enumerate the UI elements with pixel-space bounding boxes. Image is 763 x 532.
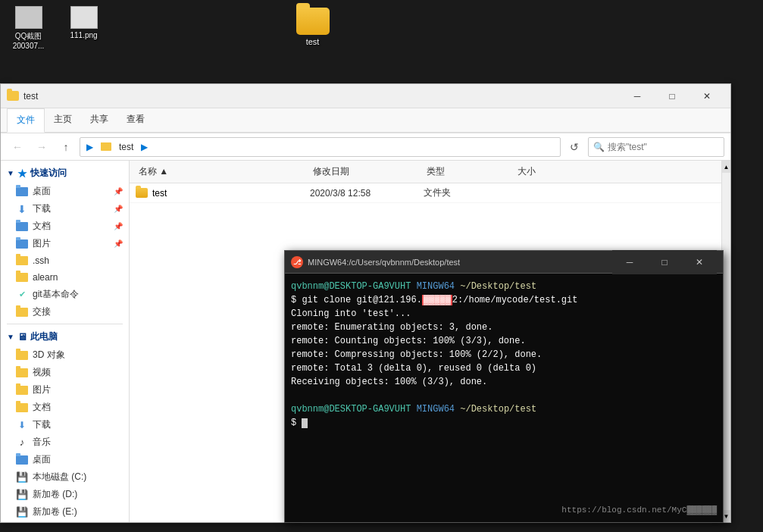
quick-access-chevron: ▼	[7, 169, 14, 177]
titlebar-left: test	[7, 91, 38, 102]
scroll-up-button[interactable]: ▲	[722, 161, 730, 173]
sidebar-desktop-label: 桌面	[33, 185, 51, 198]
file-date: 2020/3/8 12:58	[310, 188, 424, 199]
sidebar-item-git[interactable]: ✔ git基本命令	[1, 286, 129, 303]
sidebar-3d-label: 3D 对象	[33, 349, 65, 361]
window-controls: ─ □ ✕	[620, 84, 724, 108]
handover-icon	[16, 306, 28, 318]
alearn-icon	[16, 271, 28, 283]
pin-icon-desktop: 📌	[114, 187, 123, 196]
terminal-close[interactable]: ✕	[682, 250, 717, 274]
sidebar-item-downloads[interactable]: ⬇ 下载 📌	[1, 200, 129, 217]
sidebar-drive-d[interactable]: 💾 新加卷 (D:)	[1, 486, 129, 503]
sidebar-video[interactable]: 视频	[1, 364, 129, 381]
term-path-1: ~/Desktop/test	[460, 280, 536, 293]
search-box[interactable]: 🔍	[588, 137, 724, 157]
terminal-line-1: qvbnnm@DESKTOP-GA9VUHT MINGW64 ~/Desktop…	[291, 280, 717, 293]
3d-icon	[16, 349, 28, 361]
sidebar-video-label: 视频	[33, 366, 51, 379]
computer-chevron: ▼	[7, 333, 14, 341]
sort-indicator: ▲	[159, 166, 168, 177]
quick-access-star: ★	[17, 167, 27, 180]
folder-icon-address	[101, 142, 111, 151]
sidebar-music[interactable]: ♪ 音乐	[1, 433, 129, 451]
terminal-line-2: $ git clone git@121.196.▓▓▓▓▓2:/home/myc…	[291, 293, 717, 307]
quick-access-label: 快速访问	[30, 167, 67, 180]
tab-file[interactable]: 文件	[7, 108, 45, 133]
terminal-line-9: qvbnnm@DESKTOP-GA9VUHT MINGW64 ~/Desktop…	[291, 402, 717, 416]
terminal-cursor	[302, 418, 308, 428]
sidebar-docs2[interactable]: 文档	[1, 399, 129, 416]
up-button[interactable]: ↑	[55, 136, 77, 158]
sidebar-drive-c[interactable]: 💾 本地磁盘 (C:)	[1, 468, 129, 486]
desktop-test-folder[interactable]: test	[288, 8, 337, 46]
refresh-button[interactable]: ↺	[564, 136, 585, 158]
col-header-name[interactable]: 名称 ▲	[136, 164, 310, 180]
col-header-date[interactable]: 修改日期	[310, 164, 424, 180]
sidebar: ▼ ★ 快速访问 桌面 📌 ⬇ 下载 📌 文档 📌	[1, 161, 130, 522]
tab-view[interactable]: 查看	[117, 108, 154, 132]
desktop-icon-111png[interactable]: 111.png	[59, 6, 108, 50]
sidebar-item-handover[interactable]: 交接	[1, 303, 129, 321]
col-header-size[interactable]: 大小	[514, 164, 590, 180]
drive-c-icon: 💾	[16, 471, 28, 483]
desktop-icon-qq[interactable]: QQ截图 200307...	[4, 6, 53, 50]
address-path-text: ▶ test ▶	[86, 142, 148, 152]
sidebar-music-label: 音乐	[33, 436, 51, 449]
sidebar-docs2-label: 文档	[33, 401, 51, 414]
git-icon: ✔	[16, 289, 28, 301]
ribbon: 文件 主页 共享 查看	[1, 108, 730, 133]
computer-label: 此电脑	[30, 330, 58, 343]
documents-icon	[16, 221, 28, 233]
sidebar-drive-e[interactable]: 💾 新加卷 (E:)	[1, 503, 129, 521]
sidebar-item-ssh[interactable]: .ssh	[1, 252, 129, 269]
terminal-titlebar: ⎇ MINGW64:/c/Users/qvbnnm/Desktop/test ─…	[285, 251, 723, 274]
music-icon: ♪	[16, 437, 28, 449]
png-icon-label: 111.png	[70, 31, 97, 39]
file-name-cell: test	[136, 188, 310, 199]
git-bash-icon: ⎇	[291, 256, 303, 268]
terminal-line-8: Receiving objects: 100% (3/3), done.	[291, 375, 717, 389]
sidebar-item-documents[interactable]: 文档 📌	[1, 217, 129, 235]
sidebar-drive-e-label: 新加卷 (E:)	[33, 505, 77, 518]
sidebar-ssh-label: .ssh	[33, 255, 49, 266]
minimize-button[interactable]: ─	[620, 84, 655, 108]
sidebar-3d[interactable]: 3D 对象	[1, 346, 129, 364]
close-button[interactable]: ✕	[690, 84, 724, 108]
col-header-type[interactable]: 类型	[424, 164, 514, 180]
table-row[interactable]: test 2020/3/8 12:58 文件夹	[130, 183, 721, 203]
sidebar-desktop2[interactable]: 桌面	[1, 451, 129, 468]
sidebar-drive-c-label: 本地磁盘 (C:)	[33, 471, 86, 483]
tab-home[interactable]: 主页	[45, 108, 81, 132]
sidebar-downloads2[interactable]: ⬇ 下载	[1, 416, 129, 433]
address-path[interactable]: ▶ test ▶	[80, 137, 561, 157]
redacted-ip: ▓▓▓▓▓	[422, 295, 452, 305]
search-input[interactable]	[608, 142, 719, 152]
sidebar-item-pictures[interactable]: 图片 📌	[1, 235, 129, 252]
pin-icon-downloads: 📌	[114, 205, 123, 213]
ribbon-tabs: 文件 主页 共享 查看	[1, 108, 730, 133]
downloads-icon: ⬇	[16, 203, 28, 215]
terminal-minimize[interactable]: ─	[612, 250, 647, 274]
sidebar-documents-label: 文档	[33, 220, 51, 233]
maximize-button[interactable]: □	[655, 84, 690, 108]
term-space-2	[455, 280, 460, 293]
terminal-maximize[interactable]: □	[647, 250, 682, 274]
forward-button[interactable]: →	[31, 136, 52, 158]
watermark: https://blog.csdn.net/MyC▓▓▓▓▓▓	[561, 504, 717, 517]
sidebar-handover-label: 交接	[33, 305, 51, 318]
back-button[interactable]: ←	[7, 136, 28, 158]
computer-header[interactable]: ▼ 🖥 此电脑	[1, 327, 129, 346]
sidebar-item-desktop[interactable]: 桌面 📌	[1, 183, 129, 200]
terminal-body[interactable]: qvbnnm@DESKTOP-GA9VUHT MINGW64 ~/Desktop…	[285, 274, 723, 522]
terminal-line-4: remote: Enumerating objects: 3, done.	[291, 321, 717, 334]
sidebar-pictures2[interactable]: 图片	[1, 381, 129, 399]
terminal-line-7: remote: Total 3 (delta 0), reused 0 (del…	[291, 361, 717, 375]
sidebar-desktop2-label: 桌面	[33, 453, 51, 466]
terminal-window: ⎇ MINGW64:/c/Users/qvbnnm/Desktop/test ─…	[284, 250, 724, 523]
desktop-folder-icon	[16, 186, 28, 198]
quick-access-header[interactable]: ▼ ★ 快速访问	[1, 164, 129, 183]
term-path-2: ~/Desktop/test	[460, 402, 536, 416]
tab-share[interactable]: 共享	[81, 108, 117, 132]
sidebar-item-alearn[interactable]: alearn	[1, 269, 129, 286]
